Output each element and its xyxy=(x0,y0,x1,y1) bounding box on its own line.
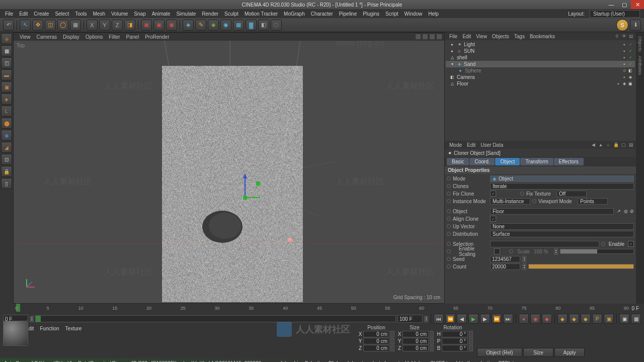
tab-coord[interactable]: Coord. xyxy=(469,158,495,165)
y-axis-lock[interactable]: Y xyxy=(99,20,110,31)
pla-key-button[interactable]: ▣ xyxy=(604,314,614,324)
object-tree[interactable]: ▸☀Light▪✓ ▸☼SUN▪✓ △shell▪✓ ▾◈Sand▪✓ ●Sph… xyxy=(445,40,636,141)
play-button[interactable]: ▶ xyxy=(468,314,478,324)
layer-dot[interactable]: ▪ xyxy=(616,81,621,86)
vp-nav-icon[interactable] xyxy=(415,34,421,40)
object-mode[interactable]: ◈ xyxy=(1,94,12,105)
nav-new-icon[interactable]: ▢ xyxy=(620,142,626,148)
select-tool[interactable]: ↖ xyxy=(20,20,31,31)
goto-start-button[interactable]: ⏮ xyxy=(434,314,444,324)
x-axis-lock[interactable]: X xyxy=(87,20,98,31)
snap-toggle[interactable]: ⊡ xyxy=(1,154,12,165)
next-frame-button[interactable]: ▶ xyxy=(480,314,490,324)
param-key-button[interactable]: P xyxy=(592,314,602,324)
frame-end-field[interactable]: 100 F xyxy=(397,315,423,323)
spinner[interactable] xyxy=(430,338,434,344)
bm-texture[interactable]: Texture xyxy=(65,326,82,357)
prop-distrib-field[interactable]: Surface xyxy=(490,231,634,237)
prev-key-button[interactable]: ⏪ xyxy=(445,314,455,324)
rot-h-field[interactable]: 0 ° xyxy=(442,331,468,337)
nav-lock-icon[interactable]: 🔒 xyxy=(613,142,619,148)
coord-system[interactable]: ◨ xyxy=(124,20,135,31)
opm-view[interactable]: View xyxy=(473,34,490,39)
axis-mode[interactable]: L xyxy=(1,106,12,117)
target-icon[interactable]: ◎ xyxy=(624,209,628,214)
size-mode-dropdown[interactable]: Size xyxy=(523,348,553,357)
viewport-solo[interactable]: ▯ xyxy=(1,178,12,189)
pos-key-button[interactable]: ◆ xyxy=(557,314,568,324)
generator-tool[interactable]: ◉ xyxy=(220,20,231,31)
spinner[interactable] xyxy=(390,338,394,344)
range-slider[interactable] xyxy=(35,315,396,322)
rot-b-field[interactable]: 0 ° xyxy=(442,345,468,351)
prop-enable-check[interactable]: ✓ xyxy=(628,241,634,247)
tag-icon[interactable]: ▣ xyxy=(628,81,633,86)
prop-vpmode-field[interactable]: Points xyxy=(578,198,608,205)
prop-fixtex-field[interactable]: Off xyxy=(556,191,587,197)
menu-mograph[interactable]: MoGraph xyxy=(281,11,308,17)
pos-z-field[interactable]: 0 cm xyxy=(363,345,389,351)
menu-pipeline[interactable]: Pipeline xyxy=(336,11,360,17)
am-mode[interactable]: Mode xyxy=(447,142,464,148)
opm-bookmarks[interactable]: Bookmarks xyxy=(527,34,557,39)
size-y-field[interactable]: 0 cm xyxy=(403,338,429,344)
menu-sculpt[interactable]: Sculpt xyxy=(221,11,242,17)
menu-window[interactable]: Window xyxy=(401,11,426,17)
prop-object-field[interactable]: Floor xyxy=(490,208,614,215)
nurbs-tool[interactable]: ◆ xyxy=(208,20,219,31)
menu-character[interactable]: Character xyxy=(308,11,336,17)
count-slider[interactable] xyxy=(528,264,634,269)
visibility-toggle[interactable]: ✓ xyxy=(628,55,633,60)
autokey-button[interactable]: ◉ xyxy=(530,314,540,324)
nav-up-icon[interactable]: ▲ xyxy=(598,142,604,148)
nav-back-icon[interactable]: ◀ xyxy=(590,142,596,148)
tag-icon[interactable]: ◧ xyxy=(628,68,633,73)
pen-tool[interactable]: ✎ xyxy=(195,20,206,31)
menu-file[interactable]: File xyxy=(2,11,16,17)
model-mode[interactable]: ◉ xyxy=(1,33,12,44)
prop-selection-field[interactable] xyxy=(490,241,599,247)
menu-animate[interactable]: Animate xyxy=(149,11,174,17)
prop-mode-field[interactable]: ◈Object xyxy=(490,175,634,182)
tab-transform[interactable]: Transform xyxy=(520,158,553,165)
panel-menu-icon[interactable]: ▤ xyxy=(628,33,634,39)
menu-volume[interactable]: Volume xyxy=(108,11,131,17)
tab-basic[interactable]: Basic xyxy=(447,158,469,165)
spinner[interactable]: ▴▾ xyxy=(424,316,428,322)
download-icon[interactable]: ⬇ xyxy=(630,20,641,31)
spinner[interactable] xyxy=(469,338,473,344)
vp-nav-icon[interactable] xyxy=(422,34,428,40)
spinner[interactable] xyxy=(390,345,394,351)
nav-home-icon[interactable]: ⌂ xyxy=(605,142,611,148)
uv-mode[interactable]: ◉ xyxy=(1,130,12,141)
pos-y-field[interactable]: 0 cm xyxy=(363,338,389,344)
scale-tool[interactable]: ◫ xyxy=(45,20,56,31)
viewport[interactable]: Top www.rrcg.cn 人人素材社区 人人素材社区 人人素材社区 人人素… xyxy=(14,41,444,303)
ban-icon[interactable]: ⊘ xyxy=(622,68,627,73)
clear-icon[interactable]: ⊘ xyxy=(630,209,634,214)
scale-key-button[interactable]: ◆ xyxy=(569,314,579,324)
prop-fixclone-check[interactable]: ✓ xyxy=(490,191,496,197)
am-edit[interactable]: Edit xyxy=(464,142,478,148)
target-icon[interactable]: ◈ xyxy=(628,75,633,80)
texture-mode[interactable]: ▦ xyxy=(1,45,12,56)
pos-x-field[interactable]: 0 cm xyxy=(363,331,389,337)
vp-menu-filter[interactable]: Filter xyxy=(106,34,123,40)
prop-enscale-check[interactable] xyxy=(494,248,500,254)
environment-tool[interactable]: ▓ xyxy=(246,20,257,31)
apply-button[interactable]: Apply xyxy=(554,348,585,357)
content-browser[interactable]: S xyxy=(616,19,628,31)
spinner[interactable] xyxy=(390,331,394,337)
record-button[interactable]: ● xyxy=(519,314,529,324)
spinner[interactable]: ▴▾ xyxy=(522,256,526,262)
vp-menu-display[interactable]: Display xyxy=(60,34,83,40)
rot-p-field[interactable]: 0 ° xyxy=(442,338,468,344)
tag-icon[interactable]: ◈ xyxy=(622,81,627,86)
prop-seed-field[interactable]: 1234567 xyxy=(490,256,520,262)
size-x-field[interactable]: 0 cm xyxy=(403,331,429,337)
vp-menu-prorender[interactable]: ProRender xyxy=(142,34,172,40)
edge-mode[interactable]: ▬ xyxy=(1,69,12,80)
menu-tools[interactable]: Tools xyxy=(72,11,90,17)
menu-edit[interactable]: Edit xyxy=(16,11,31,17)
visibility-toggle[interactable]: ✓ xyxy=(628,49,633,54)
